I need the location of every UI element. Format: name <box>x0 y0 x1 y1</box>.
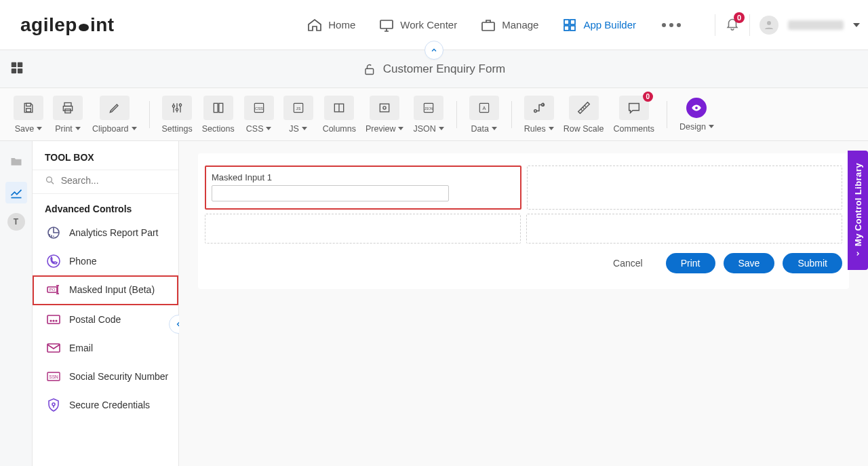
svg-rect-9 <box>12 69 16 73</box>
chart-icon <box>9 186 23 199</box>
my-control-library-tab[interactable]: My Control Library <box>848 151 868 270</box>
json-icon: JSON <box>422 101 435 115</box>
tool-save-label: Save <box>15 124 35 134</box>
rail-analytics[interactable] <box>5 182 27 203</box>
tool-css[interactable]: CSS CSS <box>244 96 274 134</box>
tool-print[interactable]: Print <box>53 96 83 134</box>
rail-forms[interactable] <box>5 151 27 172</box>
tool-preview[interactable]: Preview <box>366 96 403 134</box>
tool-js[interactable]: JS JS <box>283 96 313 134</box>
form-row: Masked Input 1 <box>205 166 842 210</box>
nav-manage-label: Manage <box>502 19 538 31</box>
cancel-button[interactable]: Cancel <box>598 253 658 273</box>
nav-manage[interactable]: Manage <box>480 17 538 33</box>
toolbar-separator <box>149 101 150 128</box>
tool-row-scale-label: Row Scale <box>564 124 604 134</box>
rail-template[interactable]: T <box>7 213 25 231</box>
shield-icon <box>45 397 62 413</box>
search-icon <box>45 174 56 187</box>
chevron-down-icon <box>439 127 444 130</box>
brand-text-2: int <box>90 14 115 36</box>
user-menu-caret[interactable] <box>853 23 860 27</box>
masked-input-field[interactable] <box>212 185 449 201</box>
brand-logo: agilepint <box>20 14 115 36</box>
notifications-button[interactable]: 0 <box>725 16 740 33</box>
collapse-header-button[interactable] <box>425 41 443 60</box>
svg-rect-0 <box>380 20 393 28</box>
chevron-down-icon <box>492 127 497 130</box>
toolbox-search[interactable] <box>33 170 178 194</box>
notification-count-badge: 0 <box>734 12 745 23</box>
control-secure-credentials[interactable]: Secure Credentials <box>33 391 178 419</box>
divider <box>715 14 715 36</box>
tool-json-label: JSON <box>413 124 435 134</box>
nav-work-center[interactable]: Work Center <box>378 17 457 33</box>
svg-point-21 <box>176 108 178 110</box>
nav-more[interactable] <box>662 23 681 27</box>
email-icon <box>45 340 62 356</box>
svg-rect-10 <box>18 69 22 73</box>
tool-settings[interactable]: Settings <box>162 96 193 134</box>
tool-clipboard[interactable]: Clipboard <box>92 96 137 134</box>
tool-save[interactable]: Save <box>14 96 43 134</box>
form-cell-empty[interactable] <box>526 214 842 244</box>
nav-app-builder[interactable]: App Builder <box>561 17 636 33</box>
comments-count-badge: 0 <box>643 92 653 102</box>
chevron-down-icon <box>37 127 42 130</box>
toolbar-separator <box>667 101 667 128</box>
monitor-icon <box>378 17 395 33</box>
form-title: Customer Enquiry Form <box>383 62 505 76</box>
control-analytics-report-part[interactable]: Analytics Report Part <box>33 218 178 247</box>
svg-rect-13 <box>26 108 31 111</box>
toolbar-separator <box>456 101 457 128</box>
nav-home[interactable]: Home <box>307 17 355 33</box>
control-phone[interactable]: Phone <box>33 247 178 275</box>
form-cell-empty[interactable] <box>527 166 842 210</box>
tool-design-label: Design <box>679 122 706 132</box>
form-canvas: Masked Input 1 Cancel Print Save Submit <box>179 141 868 466</box>
svg-line-44 <box>52 182 54 184</box>
eye-filled-icon <box>690 102 703 114</box>
css-icon: CSS <box>252 101 266 115</box>
tool-settings-label: Settings <box>162 124 193 134</box>
svg-line-40 <box>583 107 584 109</box>
tool-row-scale[interactable]: Row Scale <box>564 96 604 134</box>
tool-css-label: CSS <box>246 124 264 134</box>
svg-rect-8 <box>18 62 22 67</box>
tool-data[interactable]: A Data <box>469 96 499 134</box>
tool-rules[interactable]: Rules <box>524 96 554 134</box>
print-button[interactable]: Print <box>666 253 715 273</box>
form-cell-selected[interactable]: Masked Input 1 <box>205 166 521 210</box>
divider <box>749 14 750 36</box>
js-icon: JS <box>292 101 305 115</box>
save-icon <box>22 101 35 115</box>
sections-icon <box>212 101 225 115</box>
form-cell-empty[interactable] <box>205 214 521 244</box>
apps-menu-button[interactable] <box>9 60 24 77</box>
tool-sections-label: Sections <box>202 124 235 134</box>
submit-button[interactable]: Submit <box>783 253 842 273</box>
toolbox-search-input[interactable] <box>61 175 166 186</box>
ruler-icon <box>576 100 591 115</box>
svg-text:CSS: CSS <box>255 106 263 110</box>
control-ssn[interactable]: SSN Social Security Number <box>33 362 178 391</box>
control-masked-input[interactable]: PO Masked Input (Beta) <box>33 275 178 305</box>
save-button[interactable]: Save <box>724 253 775 273</box>
svg-text:PO: PO <box>50 288 56 292</box>
chevron-down-icon <box>549 127 554 130</box>
user-avatar[interactable] <box>760 16 778 35</box>
flow-icon <box>532 100 547 115</box>
tool-comments[interactable]: 0 Comments <box>614 96 654 134</box>
control-postal-code[interactable]: Postal Code <box>33 305 178 334</box>
svg-rect-3 <box>570 20 575 24</box>
tool-sections[interactable]: Sections <box>202 96 235 134</box>
tool-json[interactable]: JSON JSON <box>413 96 443 134</box>
control-label: Postal Code <box>69 314 121 325</box>
chevron-down-icon <box>302 127 307 130</box>
control-email[interactable]: Email <box>33 334 178 362</box>
svg-rect-2 <box>564 20 569 24</box>
chevron-left-icon <box>854 250 861 257</box>
svg-point-20 <box>172 104 174 106</box>
tool-columns[interactable]: Columns <box>323 96 356 134</box>
tool-design[interactable]: Design <box>679 98 714 132</box>
